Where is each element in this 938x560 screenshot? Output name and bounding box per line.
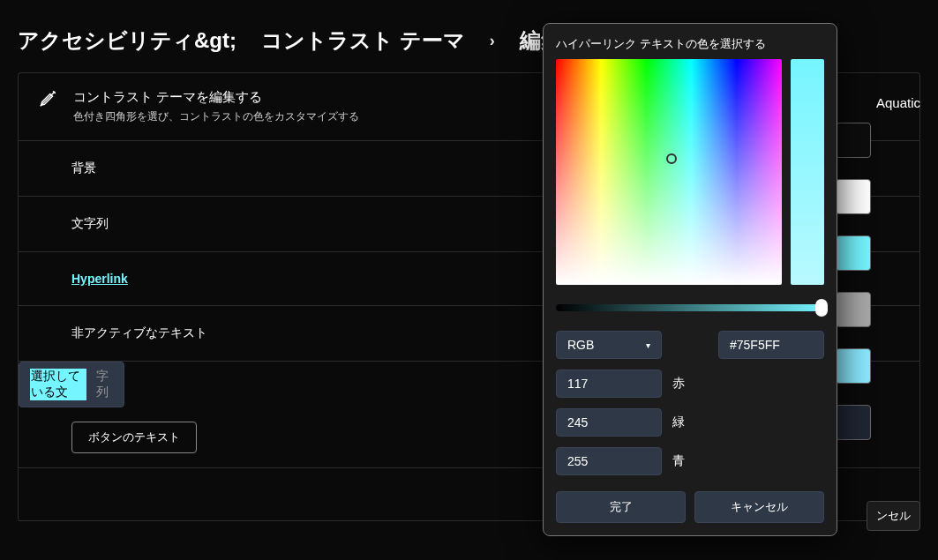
red-input[interactable] bbox=[556, 370, 662, 398]
hex-field[interactable]: #75F5FF bbox=[718, 331, 824, 359]
crumb-contrast-themes[interactable]: コントラスト テーマ bbox=[261, 26, 465, 55]
chevron-right-icon: › bbox=[490, 32, 495, 50]
saturation-value-field[interactable] bbox=[556, 59, 782, 285]
panel-title: コントラスト テーマを編集する bbox=[73, 89, 359, 106]
blue-label: 青 bbox=[672, 453, 685, 469]
panel-subtitle: 色付き四角形を選び、コントラストの色をカスタマイズする bbox=[73, 109, 359, 124]
preview-swatch-2[interactable] bbox=[836, 235, 871, 271]
dialog-side-actions: ンセル bbox=[867, 501, 920, 531]
selected-text-highlight: 選択している文 bbox=[30, 369, 86, 400]
color-mode-select[interactable]: RGB ▾ bbox=[556, 331, 662, 359]
done-button[interactable]: 完了 bbox=[556, 491, 686, 523]
hyperlink-sample[interactable]: Hyperlink bbox=[71, 272, 128, 286]
preview-swatch-5[interactable] bbox=[836, 405, 871, 440]
color-preview-strip bbox=[791, 59, 824, 285]
button-text-sample[interactable]: ボタンのテキスト bbox=[71, 422, 197, 453]
cancel-button[interactable]: キャンセル bbox=[694, 491, 824, 523]
preview-swatch-3[interactable] bbox=[836, 292, 871, 327]
svg-line-0 bbox=[41, 92, 56, 107]
preview-swatch-4[interactable] bbox=[836, 348, 871, 384]
blue-input[interactable] bbox=[556, 447, 662, 475]
theme-name: Aquatic bbox=[837, 95, 920, 110]
row-selected-text[interactable]: 選択している文字列 bbox=[19, 362, 124, 407]
color-picker: ハイパーリンク テキストの色を選択する RGB ▾ #75F5FF 赤 緑 青 … bbox=[543, 23, 837, 536]
slider-thumb[interactable] bbox=[815, 299, 828, 317]
chevron-down-icon: ▾ bbox=[646, 340, 650, 350]
red-label: 赤 bbox=[672, 376, 685, 392]
green-label: 緑 bbox=[672, 414, 685, 430]
brush-icon bbox=[38, 89, 57, 108]
value-slider[interactable] bbox=[556, 304, 824, 311]
preview-swatch-1[interactable] bbox=[836, 179, 871, 214]
sv-cursor[interactable] bbox=[666, 153, 677, 164]
theme-preview: Aquatic bbox=[836, 79, 920, 461]
picker-title: ハイパーリンク テキストの色を選択する bbox=[556, 36, 824, 52]
mode-value: RGB bbox=[567, 338, 594, 352]
cancel-button-clipped[interactable]: ンセル bbox=[867, 501, 920, 531]
selected-text-tail: 字列 bbox=[95, 369, 113, 400]
crumb-accessibility[interactable]: アクセシビリティ&gt; bbox=[18, 26, 236, 55]
green-input[interactable] bbox=[556, 408, 662, 437]
preview-swatch-0[interactable] bbox=[836, 123, 871, 158]
